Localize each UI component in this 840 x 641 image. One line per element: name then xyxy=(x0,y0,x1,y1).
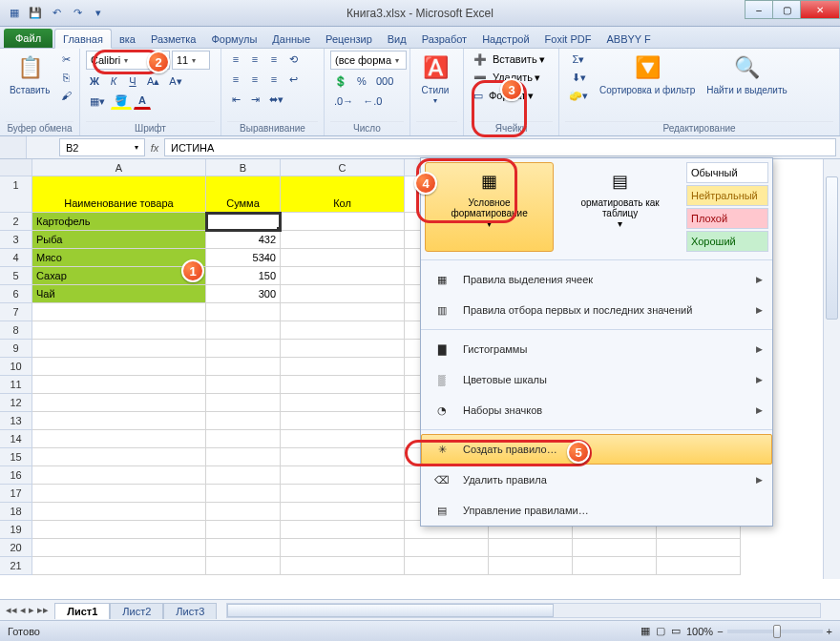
cell[interactable] xyxy=(206,521,281,539)
cell[interactable]: Кол xyxy=(281,176,405,213)
name-box[interactable]: B2▾ xyxy=(59,138,145,156)
menu-new-rule[interactable]: ✳Создать правило… xyxy=(421,434,772,465)
cell[interactable] xyxy=(573,539,657,557)
cell[interactable] xyxy=(281,485,405,503)
cells-insert-button[interactable]: ➕Вставить▾ xyxy=(470,51,545,68)
format-painter-icon[interactable]: 🖌 xyxy=(57,87,75,104)
menu-color-scales[interactable]: ▒Цветовые шкалы▶ xyxy=(421,364,772,395)
cell[interactable]: 300 xyxy=(206,285,281,303)
fill-icon[interactable]: ⬇▾ xyxy=(565,69,592,86)
style-bad[interactable]: Плохой xyxy=(686,208,768,229)
cell[interactable]: Чай xyxy=(32,285,206,303)
cell[interactable] xyxy=(206,412,281,430)
row-header[interactable]: 2 xyxy=(0,213,32,231)
cell[interactable] xyxy=(281,303,405,321)
grow-font-icon[interactable]: A▴ xyxy=(143,72,163,90)
cut-icon[interactable]: ✂ xyxy=(57,51,75,68)
zoom-slider-thumb[interactable] xyxy=(773,625,781,638)
cell[interactable] xyxy=(32,394,206,412)
cell[interactable] xyxy=(32,321,206,340)
find-select-button[interactable]: 🔍 Найти и выделить xyxy=(703,51,790,97)
cell[interactable]: Сахар xyxy=(32,267,206,285)
cell[interactable] xyxy=(281,430,405,448)
row-header[interactable]: 16 xyxy=(0,466,32,485)
align-bottom-icon[interactable]: ≡ xyxy=(265,51,283,68)
cell[interactable] xyxy=(281,521,405,539)
format-as-table-button[interactable]: ▤ орматировать как таблицу▾ xyxy=(557,162,682,252)
cell[interactable]: Картофель xyxy=(32,213,206,231)
cell[interactable]: Наименование товара xyxy=(32,176,206,213)
cell[interactable] xyxy=(206,557,281,575)
cell[interactable] xyxy=(206,539,281,557)
conditional-formatting-button[interactable]: ▦ Условное форматирование▾ xyxy=(425,162,554,252)
cell[interactable] xyxy=(206,358,281,376)
font-color-icon[interactable]: A xyxy=(134,93,151,110)
fx-icon[interactable]: fx xyxy=(145,142,164,154)
row-header[interactable]: 18 xyxy=(0,503,32,521)
cell[interactable] xyxy=(32,303,206,321)
row-header[interactable]: 15 xyxy=(0,448,32,466)
percent-icon[interactable]: % xyxy=(353,72,370,90)
zoom-out-icon[interactable]: − xyxy=(717,626,723,637)
row-header[interactable]: 12 xyxy=(0,394,32,412)
close-button[interactable]: ✕ xyxy=(800,0,840,19)
row-header[interactable]: 7 xyxy=(0,303,32,321)
cell[interactable] xyxy=(489,539,573,557)
row-header[interactable]: 21 xyxy=(0,557,32,575)
style-good[interactable]: Хороший xyxy=(686,231,768,252)
copy-icon[interactable]: ⎘ xyxy=(57,69,75,86)
cell[interactable] xyxy=(489,557,573,575)
formula-input[interactable]: ИСТИНА xyxy=(164,138,836,156)
undo-icon[interactable]: ↶ xyxy=(48,5,65,22)
cell[interactable] xyxy=(32,448,206,466)
cell[interactable] xyxy=(281,412,405,430)
underline-button[interactable]: Ч xyxy=(124,72,141,90)
cell[interactable] xyxy=(281,340,405,358)
wrap-text-icon[interactable]: ↩ xyxy=(284,71,302,88)
clear-icon[interactable]: 🧽▾ xyxy=(565,87,592,104)
cell[interactable] xyxy=(32,412,206,430)
currency-icon[interactable]: 💲 xyxy=(330,72,351,90)
comma-icon[interactable]: 000 xyxy=(372,72,397,90)
cell[interactable] xyxy=(206,466,281,485)
cell[interactable] xyxy=(281,267,405,285)
row-header[interactable]: 20 xyxy=(0,539,32,557)
tab-addins[interactable]: Надстрой xyxy=(474,30,536,48)
align-left-icon[interactable]: ≡ xyxy=(227,71,244,88)
row-header[interactable]: 4 xyxy=(0,249,32,267)
tab-abbyy[interactable]: ABBYY F xyxy=(598,30,658,48)
view-normal-icon[interactable]: ▦ xyxy=(640,625,650,637)
menu-manage-rules[interactable]: ▤Управление правилами… xyxy=(421,495,772,526)
orientation-icon[interactable]: ⟲ xyxy=(284,51,302,68)
tab-layout[interactable]: Разметка xyxy=(143,30,204,48)
cell[interactable]: Рыба xyxy=(32,231,206,249)
italic-button[interactable]: К xyxy=(105,72,122,90)
col-header-b[interactable]: B xyxy=(206,159,281,176)
cell[interactable] xyxy=(281,557,405,575)
cell[interactable] xyxy=(281,358,405,376)
view-page-layout-icon[interactable]: ▢ xyxy=(656,625,665,637)
borders-icon[interactable]: ▦▾ xyxy=(86,93,109,110)
row-header[interactable]: 9 xyxy=(0,340,32,358)
cell[interactable] xyxy=(32,539,206,557)
cell[interactable]: Сумма xyxy=(206,176,281,213)
cell[interactable] xyxy=(32,430,206,448)
menu-top-bottom-rules[interactable]: ▥Правила отбора первых и последних значе… xyxy=(421,295,772,325)
zoom-slider[interactable] xyxy=(727,630,823,633)
indent-increase-icon[interactable]: ⇥ xyxy=(246,91,263,108)
tab-formulas[interactable]: Формулы xyxy=(203,30,264,48)
shrink-font-icon[interactable]: A▾ xyxy=(165,72,185,90)
cell[interactable] xyxy=(281,213,405,231)
cell[interactable]: 432 xyxy=(206,231,281,249)
row-header[interactable]: 19 xyxy=(0,521,32,539)
cell[interactable] xyxy=(281,321,405,340)
cell[interactable] xyxy=(573,557,657,575)
row-header[interactable]: 11 xyxy=(0,376,32,394)
tab-developer[interactable]: Разработ xyxy=(414,30,474,48)
row-header[interactable]: 5 xyxy=(0,267,32,285)
row-header[interactable]: 6 xyxy=(0,285,32,303)
row-header[interactable]: 3 xyxy=(0,231,32,249)
cell[interactable] xyxy=(32,340,206,358)
cell[interactable] xyxy=(281,376,405,394)
cell[interactable] xyxy=(281,466,405,485)
